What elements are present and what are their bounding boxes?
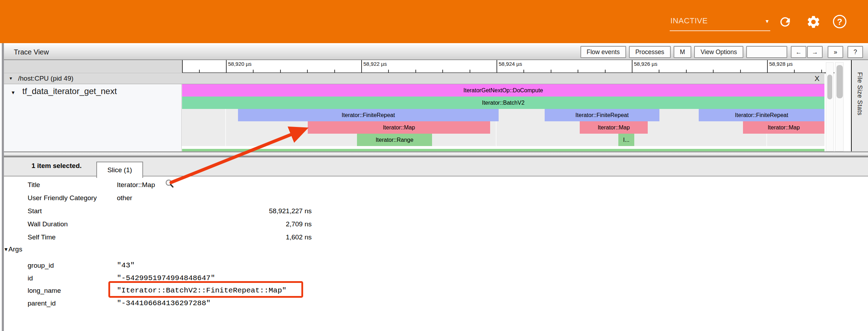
ruler-tick-label: 58,922 µs — [363, 61, 387, 67]
arg-name: long_name — [28, 284, 61, 297]
scrollbar-track[interactable] — [826, 62, 834, 151]
trace-bar[interactable]: Iterator::FiniteRepeat — [545, 109, 659, 121]
arg-name: id — [28, 272, 33, 284]
ruler-minor-tick — [280, 70, 281, 72]
ruler-tick-label: 58,920 µs — [228, 61, 251, 67]
ruler-major-tick — [497, 60, 497, 72]
trace-bar-strip[interactable] — [182, 149, 824, 151]
ruler-minor-tick — [686, 70, 687, 72]
scrollbar-thumb[interactable] — [836, 65, 843, 98]
ruler-tick-label: 58,928 µs — [769, 61, 793, 67]
ruler-minor-tick — [578, 70, 578, 72]
ruler-minor-tick — [470, 70, 470, 72]
ruler-minor-tick — [415, 70, 416, 72]
selection-status: 1 item selected. — [32, 162, 82, 170]
ruler-left-spacer — [4, 60, 182, 73]
ruler-major-tick — [632, 60, 632, 72]
ruler-minor-tick — [821, 70, 822, 72]
detail-field-value: 2,709 ns — [117, 217, 312, 231]
tab-slice[interactable]: Slice (1) — [96, 162, 143, 178]
help-icon[interactable]: ? — [833, 15, 846, 28]
help-button[interactable]: ? — [847, 46, 863, 58]
process-header-label: /host:CPU (pid 49) — [18, 75, 73, 82]
view-options-button[interactable]: View Options — [694, 46, 743, 58]
ruler-minor-tick — [253, 70, 254, 72]
gear-icon[interactable] — [806, 14, 821, 29]
trace-toolbar: Trace View Flow events Processes M View … — [4, 45, 868, 60]
ruler-minor-tick — [713, 70, 714, 72]
collapse-arrow-icon[interactable]: ▾ — [12, 89, 15, 96]
track-label[interactable]: tf_data_iterator_get_next — [22, 86, 117, 96]
trace-bar[interactable]: Iterator::Map — [743, 121, 824, 134]
arg-name: group_id — [28, 259, 54, 272]
trace-bar[interactable]: I... — [618, 134, 634, 146]
annotation-highlight-box — [108, 281, 303, 298]
track-label-panel: ▾ tf_data_iterator_get_next — [4, 84, 182, 152]
trace-bar[interactable]: Iterator::Map — [308, 121, 490, 134]
ruler-minor-tick — [334, 70, 335, 72]
flow-events-button[interactable]: Flow events — [580, 46, 626, 58]
file-size-stats-panel[interactable]: File Size Stats — [851, 60, 868, 152]
collapse-arrow-icon[interactable]: ▾ — [10, 75, 12, 81]
trace-bar[interactable]: Iterator::BatchV2 — [182, 97, 824, 109]
panel-title: Trace View — [14, 48, 49, 56]
ruler-minor-tick — [307, 70, 308, 72]
find-next-button[interactable]: → — [807, 46, 823, 58]
app-header: INACTIVE ▼ ? — [0, 0, 868, 43]
ruler-minor-tick — [523, 70, 524, 72]
processes-button[interactable]: Processes — [629, 46, 671, 58]
search-input[interactable] — [746, 46, 787, 58]
window-frame-edge — [0, 43, 4, 331]
expanded-arrow-icon: ▼ — [4, 246, 8, 252]
file-size-stats-label: File Size Stats — [856, 72, 863, 116]
arg-value: "Iterator::BatchV2::FiniteRepeat::Map" — [117, 284, 287, 297]
scrollbar-track[interactable] — [835, 62, 844, 151]
trace-bar[interactable]: Iterator::FiniteRepeat — [238, 109, 499, 121]
time-ruler[interactable]: 58,920 µs58,922 µs58,924 µs58,926 µs58,9… — [182, 60, 834, 73]
trace-canvas[interactable]: IteratorGetNextOp::DoComputeIterator::Ba… — [182, 84, 824, 146]
ruler-minor-tick — [551, 70, 551, 72]
detail-field-label: Title — [28, 178, 40, 191]
detail-field-label: User Friendly Category — [28, 191, 97, 204]
magnifier-icon[interactable] — [165, 179, 174, 188]
ruler-minor-tick — [659, 70, 659, 72]
trace-bar[interactable]: Iterator::FiniteRepeat — [699, 109, 824, 121]
status-dropdown[interactable]: INACTIVE ▼ — [670, 13, 770, 31]
detail-field-value: 1,602 ns — [117, 231, 312, 244]
find-previous-button[interactable]: ← — [791, 46, 806, 58]
detail-field-value: 58,921,227 ns — [117, 204, 312, 217]
arg-value: "-5429951974994848647" — [117, 272, 215, 284]
chevron-down-icon: ▼ — [765, 18, 770, 24]
ruler-tick-label: 58,926 µs — [634, 61, 657, 67]
ruler-minor-tick — [388, 70, 389, 72]
close-icon[interactable]: X — [815, 74, 819, 83]
metadata-button[interactable]: M — [674, 46, 692, 58]
arg-value: "-344106684136297288" — [117, 297, 211, 309]
ruler-minor-tick — [605, 70, 606, 72]
trace-bar[interactable]: Iterator::Map — [580, 121, 648, 134]
arg-value: "43" — [117, 259, 135, 272]
ruler-minor-tick — [442, 70, 443, 72]
status-dropdown-value: INACTIVE — [670, 16, 708, 25]
trace-bar[interactable]: Iterator::Range — [357, 134, 432, 146]
divider-band[interactable] — [4, 152, 868, 156]
help-glyph: ? — [837, 17, 843, 27]
detail-field-label: Self Time — [28, 231, 56, 244]
scrollbar-thumb[interactable] — [827, 75, 832, 99]
detail-field-label: Start — [28, 204, 42, 217]
trace-bar[interactable]: IteratorGetNextOp::DoCompute — [182, 84, 824, 97]
refresh-icon[interactable] — [778, 15, 792, 29]
arg-name: parent_id — [28, 297, 56, 309]
ruler-tick-label: 58,924 µs — [499, 61, 522, 67]
ruler-minor-tick — [740, 70, 741, 72]
detail-field-value: Iterator::Map — [117, 178, 174, 191]
detail-field-value: other — [117, 191, 132, 204]
ruler-minor-tick — [794, 70, 795, 72]
process-header-row[interactable]: ▾ /host:CPU (pid 49) X — [4, 73, 824, 84]
ruler-major-tick — [361, 60, 362, 72]
detail-field-label: Wall Duration — [28, 217, 68, 231]
args-section-header[interactable]: ▼Args — [4, 245, 22, 256]
more-tools-button[interactable]: » — [828, 46, 843, 58]
ruler-major-tick — [226, 60, 227, 72]
args-label: Args — [8, 245, 22, 253]
